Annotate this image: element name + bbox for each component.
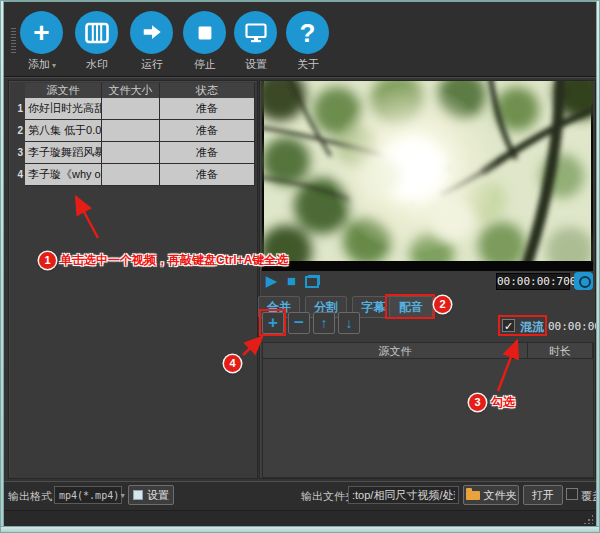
output-format-label: 输出格式 [8, 489, 52, 504]
add-button[interactable]: + 添加▾ [20, 11, 64, 72]
output-folder-input[interactable] [348, 486, 459, 504]
run-label: 运行 [130, 57, 174, 72]
mix-time: 00:00:00 [548, 320, 600, 333]
plus-icon: + [20, 11, 63, 54]
film-icon [75, 11, 118, 54]
output-format-select[interactable]: mp4(*.mp4) ▼ [54, 486, 122, 504]
file-size [102, 142, 160, 164]
minus-icon: − [289, 313, 309, 332]
output-format-value: mp4(*.mp4) [59, 490, 119, 501]
file-name: 李子璇《why o... [25, 164, 102, 186]
file-name: 第八集 低于0.01... [25, 120, 102, 142]
row-number: 2 [12, 120, 25, 142]
table-row[interactable]: 1 你好旧时光高甜... 准备 [12, 98, 255, 120]
chevron-down-icon: ▾ [52, 61, 56, 70]
settings-button[interactable]: 设置 [234, 11, 278, 72]
column-header-source[interactable]: 源文件 [263, 343, 528, 359]
play-icon: ▶ [266, 272, 278, 289]
toolbar: + 添加▾ 水印 运行 停止 设置 [4, 2, 596, 77]
settings-square-icon [133, 490, 143, 500]
file-size [102, 120, 160, 142]
window-border-bottom [0, 526, 600, 533]
arrow-down-icon: ↓ [339, 313, 359, 333]
row-number: 1 [12, 98, 25, 120]
table-row[interactable]: 3 李子璇舞蹈风暴... 准备 [12, 142, 255, 164]
stop-playback-button[interactable]: ■ [283, 272, 300, 289]
snapshot-icon[interactable] [574, 272, 593, 290]
app-window: + 添加▾ 水印 运行 停止 设置 [0, 0, 600, 533]
monitor-icon [234, 11, 277, 54]
table-row[interactable]: 4 李子璇《why o... 准备 [12, 164, 255, 186]
column-header-size[interactable]: 文件大小 [102, 83, 160, 98]
column-header-duration[interactable]: 时长 [528, 343, 593, 359]
play-button[interactable]: ▶ [263, 272, 280, 290]
arrow-up-icon: ↑ [314, 313, 334, 333]
fullscreen-icon[interactable] [305, 276, 319, 288]
column-header-source[interactable]: 源文件 [25, 83, 102, 98]
output-bar: 输出格式 mp4(*.mp4) ▼ 设置 输出文件夹 文件夹 打开 覆盖 [4, 481, 596, 510]
format-settings-label: 设置 [147, 488, 169, 503]
mix-label: 混流 [520, 319, 544, 336]
window-border-left [0, 0, 4, 533]
format-settings-button[interactable]: 设置 [128, 485, 174, 505]
row-number: 3 [12, 142, 25, 164]
audio-queue-table: 源文件 时长 [262, 342, 594, 478]
add-audio-button[interactable]: + [262, 312, 284, 334]
file-status: 准备 [160, 98, 255, 120]
resize-grip[interactable] [583, 514, 593, 524]
video-preview [262, 81, 593, 271]
queue-table-body [263, 359, 593, 477]
folder-button[interactable]: 文件夹 [463, 485, 519, 505]
file-name: 李子璇舞蹈风暴... [25, 142, 102, 164]
arrow-right-icon [130, 11, 173, 54]
plus-icon: + [263, 313, 283, 332]
move-up-button[interactable]: ↑ [313, 312, 335, 334]
stop-label: 停止 [183, 57, 227, 72]
folder-button-label: 文件夹 [484, 488, 517, 503]
status-bar [4, 510, 596, 526]
watermark-label: 水印 [75, 57, 119, 72]
file-name: 你好旧时光高甜... [25, 98, 102, 120]
mix-checkbox[interactable]: ✓ [502, 319, 515, 332]
open-button[interactable]: 打开 [523, 485, 563, 505]
stop-button[interactable]: 停止 [183, 11, 227, 72]
file-status: 准备 [160, 120, 255, 142]
remove-audio-button[interactable]: − [288, 312, 310, 334]
overwrite-checkbox[interactable] [566, 488, 578, 500]
about-button[interactable]: ? 关于 [286, 11, 330, 72]
column-header-status[interactable]: 状态 [160, 83, 255, 98]
stop-square-icon: ■ [287, 272, 296, 289]
move-down-button[interactable]: ↓ [338, 312, 360, 334]
stop-icon [183, 11, 226, 54]
timecode-display: 00:00:00:700 [496, 273, 570, 290]
add-label: 添加 [28, 58, 50, 70]
table-row[interactable]: 2 第八集 低于0.01... 准备 [12, 120, 255, 142]
file-size [102, 164, 160, 186]
settings-label: 设置 [234, 57, 278, 72]
file-status: 准备 [160, 142, 255, 164]
toolbar-grip[interactable] [11, 28, 16, 54]
window-border-right [596, 0, 600, 533]
folder-icon [466, 491, 480, 500]
run-button[interactable]: 运行 [130, 11, 174, 72]
check-icon: ✓ [504, 320, 513, 332]
file-size [102, 98, 160, 120]
video-frame-trees [262, 81, 593, 271]
source-file-table: 源文件 文件大小 状态 1 你好旧时光高甜... 准备 2 第八集 低于0.01… [12, 83, 255, 186]
about-label: 关于 [286, 57, 330, 72]
chevron-down-icon: ▼ [119, 492, 126, 499]
file-status: 准备 [160, 164, 255, 186]
overwrite-label: 覆盖 [581, 489, 600, 504]
tab-dub[interactable]: 配音 [389, 296, 433, 318]
row-number: 4 [12, 164, 25, 186]
question-icon: ? [286, 11, 329, 54]
watermark-button[interactable]: 水印 [75, 11, 119, 72]
